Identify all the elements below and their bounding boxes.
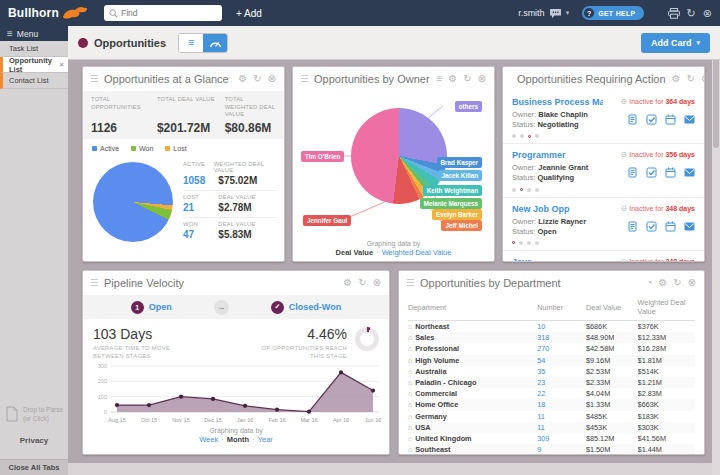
drop-to-parse[interactable]: Drop to Parse (or Click) (0, 405, 68, 423)
close-tab-icon[interactable]: × (59, 60, 64, 69)
drag-handle-icon[interactable] (91, 75, 98, 84)
gear-icon[interactable]: ⚙ (448, 74, 457, 84)
department-count-link[interactable]: 270 (537, 344, 549, 353)
close-card-icon[interactable]: ⊗ (478, 74, 486, 84)
gear-icon[interactable]: ⚙ (658, 278, 667, 288)
add-task-icon[interactable] (646, 114, 657, 125)
user-menu[interactable]: r.smith ▾ (518, 8, 569, 19)
department-count-link[interactable]: 318 (537, 333, 549, 342)
refresh-icon[interactable]: ↻ (673, 278, 681, 288)
menu-toggle[interactable]: ≡ Menu (0, 26, 68, 41)
department-count-link[interactable]: 35 (537, 367, 545, 376)
table-row[interactable]: ⌂Home Office 18 $1.33M $663K (408, 399, 695, 410)
print-icon[interactable] (668, 8, 680, 19)
gear-icon[interactable]: ⚙ (672, 74, 681, 84)
data-point[interactable] (147, 403, 151, 407)
search-input[interactable] (121, 8, 217, 18)
department-count-link[interactable]: 22 (537, 389, 545, 398)
table-row[interactable]: ⌂Paladin - Chicago 23 $2.33M $1.21M (408, 377, 695, 388)
department-count-link[interactable]: 18 (537, 400, 545, 409)
data-point[interactable] (275, 408, 279, 412)
graph-option-deal-value[interactable]: Deal Value (336, 248, 374, 257)
send-email-icon[interactable] (684, 167, 695, 178)
add-card-button[interactable]: Add Card ▾ (641, 33, 710, 53)
list-view-button[interactable]: ≡ (179, 34, 203, 52)
drag-handle-icon[interactable] (407, 279, 414, 288)
global-search[interactable] (104, 5, 222, 21)
pipeline-area-chart[interactable]: 0100200300Aug 15Oct 15Nov 15Dec 15Jan 16… (87, 362, 387, 426)
table-row[interactable]: ⌂Professional 270 $42.58M $16.28M (408, 343, 695, 354)
active-count-link[interactable]: 1058 (183, 175, 218, 186)
privacy-link[interactable]: Privacy (0, 436, 68, 445)
column-header-weighted-deal-value[interactable]: Weighted Deal Value (638, 295, 695, 321)
stage-arrow-icon[interactable]: → (214, 300, 229, 315)
tab-opportunities[interactable]: Opportunities (94, 37, 166, 49)
opportunity-link[interactable]: New Job Opp (512, 204, 603, 214)
data-point[interactable] (307, 410, 311, 414)
column-header-department[interactable]: Department (408, 295, 537, 321)
add-note-icon[interactable] (627, 167, 638, 178)
lost-count-link[interactable]: 21 (183, 202, 218, 213)
refresh-icon[interactable]: ↻ (687, 8, 696, 19)
close-card-icon[interactable]: ⊗ (701, 74, 705, 84)
opportunity-link[interactable]: Business Process Manage... (512, 97, 603, 107)
get-help-button[interactable]: ? GET HELP (582, 6, 643, 20)
drag-handle-icon[interactable] (301, 75, 308, 84)
graph-option-month[interactable]: Month (227, 435, 250, 444)
chart-icon[interactable]: ◔ (646, 278, 652, 288)
stage-open[interactable]: 1 Open (131, 301, 172, 314)
department-count-link[interactable]: 54 (537, 356, 545, 365)
table-row[interactable]: ⌂United Kingdom 309 $85.12M $41.56M (408, 433, 695, 444)
data-point[interactable] (179, 395, 183, 399)
table-row[interactable]: ⌂Germany 11 $485K $183K (408, 411, 695, 422)
department-count-link[interactable]: 10 (537, 322, 545, 331)
department-count-link[interactable]: 11 (537, 423, 545, 432)
add-button[interactable]: + Add (236, 8, 262, 19)
add-appointment-icon[interactable] (665, 114, 676, 125)
close-card-icon[interactable]: ⊗ (268, 74, 276, 84)
data-point[interactable] (243, 404, 247, 408)
add-note-icon[interactable] (627, 221, 638, 232)
won-count-link[interactable]: 47 (183, 229, 218, 240)
department-count-link[interactable]: 11 (537, 412, 545, 421)
data-point[interactable] (371, 389, 375, 393)
refresh-icon[interactable]: ↻ (463, 74, 471, 84)
add-appointment-icon[interactable] (665, 221, 676, 232)
graph-option-year[interactable]: Year (258, 435, 273, 444)
data-point[interactable] (339, 371, 343, 375)
glance-pie-chart[interactable] (93, 162, 173, 242)
refresh-icon[interactable]: ↻ (358, 278, 366, 288)
gear-icon[interactable]: ⚙ (238, 74, 247, 84)
column-header-number[interactable]: Number (537, 295, 586, 321)
graph-option-week[interactable]: Week (199, 435, 218, 444)
graph-option-weighted-deal-value[interactable]: Weighted Deal Value (382, 248, 452, 257)
data-point[interactable] (115, 403, 119, 407)
sidebar-item-contact-list[interactable]: Contact List (0, 73, 68, 89)
close-all-tabs-button[interactable]: Close All Tabs (0, 459, 68, 475)
sidebar-item-opportunity-list[interactable]: Opportunity List× (0, 57, 68, 73)
table-row[interactable]: ⌂Northeast 10 $686K $376K (408, 321, 695, 333)
send-email-icon[interactable] (684, 114, 695, 125)
opportunity-link[interactable]: Java (512, 257, 603, 262)
opportunity-link[interactable]: Programmer (512, 150, 603, 160)
table-row[interactable]: ⌂High Volume 54 $9.16M $1.81M (408, 355, 695, 366)
send-email-icon[interactable] (684, 221, 695, 232)
vertical-scrollbar[interactable] (712, 26, 720, 475)
list-icon[interactable]: ≡ (436, 74, 442, 84)
drag-handle-icon[interactable] (91, 279, 98, 288)
stage-closed-won[interactable]: ✓ Closed-Won (271, 301, 341, 314)
dashboard-view-button[interactable] (203, 34, 227, 52)
close-card-icon[interactable]: ⊗ (373, 278, 381, 288)
refresh-icon[interactable]: ↻ (687, 74, 695, 84)
table-row[interactable]: ⌂USA 11 $453K $303K (408, 422, 695, 433)
add-task-icon[interactable] (646, 167, 657, 178)
table-row[interactable]: ⌂Sales 318 $48.90M $12.33M (408, 332, 695, 343)
close-window-icon[interactable]: ⊗ (703, 8, 712, 19)
table-row[interactable]: ⌂Commercial 22 $4.04M $2.83M (408, 388, 695, 399)
department-count-link[interactable]: 9 (537, 445, 541, 454)
refresh-icon[interactable]: ↻ (253, 74, 261, 84)
data-point[interactable] (211, 397, 215, 401)
brand[interactable]: Bullhorn (8, 6, 96, 20)
close-card-icon[interactable]: ⊗ (688, 278, 696, 288)
department-count-link[interactable]: 23 (537, 378, 545, 387)
